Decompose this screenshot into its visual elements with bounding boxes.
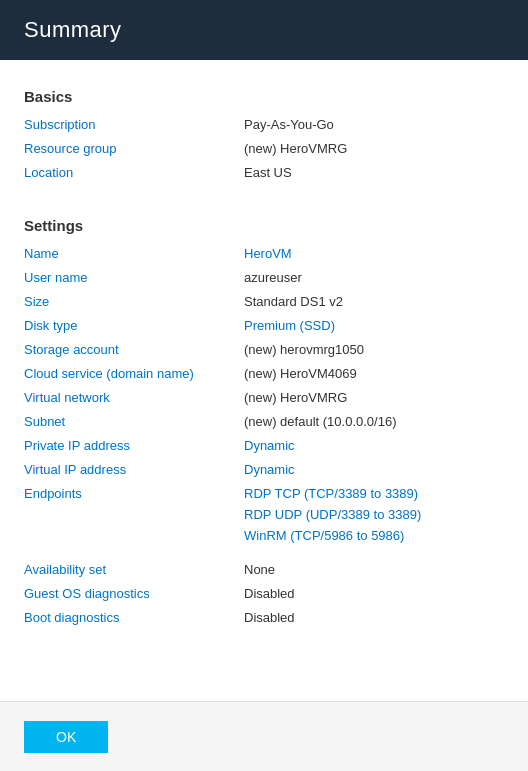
header: Summary (0, 0, 528, 60)
value-subnet: (new) default (10.0.0.0/16) (244, 412, 504, 432)
page-title: Summary (24, 17, 122, 43)
basics-row-resource-group: Resource group (new) HeroVMRG (24, 139, 504, 159)
settings-row-username: User name azureuser (24, 268, 504, 288)
settings-row-private-ip: Private IP address Dynamic (24, 436, 504, 456)
value-storage-account: (new) herovmrg1050 (244, 340, 504, 360)
label-resource-group: Resource group (24, 139, 244, 159)
value-name: HeroVM (244, 244, 504, 264)
settings-row-disk-type: Disk type Premium (SSD) (24, 316, 504, 336)
settings-row-storage-account: Storage account (new) herovmrg1050 (24, 340, 504, 360)
label-subscription: Subscription (24, 115, 244, 135)
label-private-ip: Private IP address (24, 436, 244, 456)
settings-row-endpoints: Endpoints RDP TCP (TCP/3389 to 3389) RDP… (24, 484, 504, 546)
settings-row-size: Size Standard DS1 v2 (24, 292, 504, 312)
label-username: User name (24, 268, 244, 288)
label-virtual-ip: Virtual IP address (24, 460, 244, 480)
label-size: Size (24, 292, 244, 312)
settings-row-guest-os-diagnostics: Guest OS diagnostics Disabled (24, 584, 504, 604)
value-cloud-service: (new) HeroVM4069 (244, 364, 504, 384)
label-cloud-service: Cloud service (domain name) (24, 364, 244, 384)
value-location: East US (244, 163, 504, 183)
value-availability-set: None (244, 560, 504, 580)
label-endpoints: Endpoints (24, 484, 244, 546)
value-virtual-ip: Dynamic (244, 460, 504, 480)
settings-row-cloud-service: Cloud service (domain name) (new) HeroVM… (24, 364, 504, 384)
value-endpoints: RDP TCP (TCP/3389 to 3389) RDP UDP (UDP/… (244, 484, 504, 546)
endpoint-rdp-tcp: RDP TCP (TCP/3389 to 3389) (244, 484, 504, 505)
settings-title: Settings (24, 217, 504, 234)
basics-section: Basics Subscription Pay-As-You-Go Resour… (24, 88, 504, 183)
footer: OK (0, 701, 528, 771)
settings-row-availability-set: Availability set None (24, 560, 504, 580)
label-storage-account: Storage account (24, 340, 244, 360)
value-resource-group: (new) HeroVMRG (244, 139, 504, 159)
value-boot-diagnostics: Disabled (244, 608, 504, 628)
ok-button[interactable]: OK (24, 721, 108, 753)
label-disk-type: Disk type (24, 316, 244, 336)
content-area: Basics Subscription Pay-As-You-Go Resour… (0, 60, 528, 701)
settings-row-name: Name HeroVM (24, 244, 504, 264)
label-boot-diagnostics: Boot diagnostics (24, 608, 244, 628)
endpoint-rdp-udp: RDP UDP (UDP/3389 to 3389) (244, 505, 504, 526)
settings-section: Settings Name HeroVM User name azureuser… (24, 217, 504, 628)
label-location: Location (24, 163, 244, 183)
value-virtual-network: (new) HeroVMRG (244, 388, 504, 408)
label-guest-os-diagnostics: Guest OS diagnostics (24, 584, 244, 604)
value-username: azureuser (244, 268, 504, 288)
value-subscription: Pay-As-You-Go (244, 115, 504, 135)
settings-row-subnet: Subnet (new) default (10.0.0.0/16) (24, 412, 504, 432)
value-disk-type: Premium (SSD) (244, 316, 504, 336)
basics-row-location: Location East US (24, 163, 504, 183)
label-virtual-network: Virtual network (24, 388, 244, 408)
value-guest-os-diagnostics: Disabled (244, 584, 504, 604)
settings-row-virtual-network: Virtual network (new) HeroVMRG (24, 388, 504, 408)
label-subnet: Subnet (24, 412, 244, 432)
value-private-ip: Dynamic (244, 436, 504, 456)
label-availability-set: Availability set (24, 560, 244, 580)
settings-row-virtual-ip: Virtual IP address Dynamic (24, 460, 504, 480)
settings-row-boot-diagnostics: Boot diagnostics Disabled (24, 608, 504, 628)
endpoint-winrm: WinRM (TCP/5986 to 5986) (244, 526, 504, 547)
value-size: Standard DS1 v2 (244, 292, 504, 312)
basics-title: Basics (24, 88, 504, 105)
basics-row-subscription: Subscription Pay-As-You-Go (24, 115, 504, 135)
label-name: Name (24, 244, 244, 264)
